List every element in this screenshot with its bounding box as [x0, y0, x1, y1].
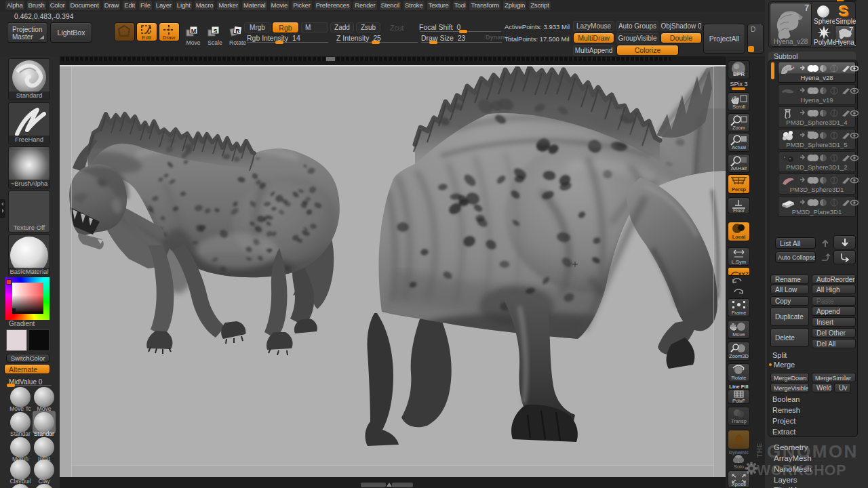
svg-text:Draw: Draw [163, 35, 176, 41]
svg-text:M: M [191, 28, 197, 35]
svg-text:AAHalf: AAHalf [731, 165, 747, 171]
svg-text:BPR: BPR [733, 71, 745, 77]
svg-text:Frame: Frame [732, 310, 747, 316]
svg-text:Floor: Floor [733, 207, 745, 214]
svg-text:Move: Move [732, 331, 745, 338]
svg-text:Scroll: Scroll [732, 104, 745, 110]
svg-text:L.Sym: L.Sym [732, 259, 746, 265]
svg-text:Persp: Persp [732, 186, 746, 192]
svg-text:R: R [235, 28, 240, 35]
svg-text:Zoom: Zoom [732, 125, 745, 131]
svg-text:Zoom3D: Zoom3D [729, 353, 749, 359]
svg-text:Edit: Edit [142, 35, 152, 41]
svg-text:PolyF: PolyF [732, 398, 746, 403]
svg-text:Local: Local [732, 234, 746, 240]
svg-text:Transp: Transp [731, 418, 747, 424]
svg-text:Actual: Actual [732, 144, 746, 150]
svg-text:S: S [213, 28, 217, 35]
svg-text:Rotate: Rotate [731, 375, 746, 381]
